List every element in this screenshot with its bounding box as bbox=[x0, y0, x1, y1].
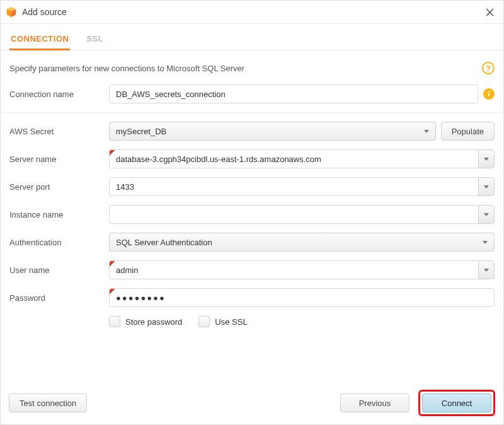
populate-button[interactable]: Populate bbox=[441, 122, 495, 141]
authentication-value: SQL Server Authentication bbox=[116, 238, 488, 247]
chevron-down-icon bbox=[424, 130, 429, 133]
user-name-input[interactable] bbox=[109, 260, 478, 279]
connection-name-input[interactable] bbox=[109, 84, 478, 103]
aws-secret-select[interactable]: mySecret_DB bbox=[109, 122, 436, 141]
chevron-down-icon bbox=[484, 269, 489, 272]
instance-name-dropdown[interactable] bbox=[478, 205, 495, 224]
window-title: Add source bbox=[22, 7, 482, 17]
info-icon[interactable]: i bbox=[483, 88, 495, 100]
password-input[interactable] bbox=[109, 288, 495, 307]
intro-text: Specify parameters for new connections t… bbox=[9, 64, 482, 73]
server-name-input[interactable] bbox=[109, 149, 478, 168]
user-name-label: User name bbox=[9, 265, 109, 275]
previous-button[interactable]: Previous bbox=[340, 393, 410, 412]
store-password-label: Store password bbox=[125, 317, 182, 327]
tab-ssl[interactable]: SSL bbox=[85, 30, 105, 50]
use-ssl-checkbox[interactable] bbox=[198, 316, 210, 327]
tab-connection[interactable]: CONNECTION bbox=[9, 30, 70, 50]
store-password-checkbox[interactable] bbox=[109, 316, 120, 327]
chevron-down-icon bbox=[484, 185, 489, 189]
server-name-dropdown[interactable] bbox=[478, 149, 495, 168]
user-name-dropdown[interactable] bbox=[478, 260, 495, 279]
password-label: Password bbox=[9, 293, 109, 303]
help-icon[interactable]: ? bbox=[482, 62, 495, 74]
chevron-down-icon bbox=[483, 241, 488, 244]
instance-name-label: Instance name bbox=[9, 210, 109, 219]
aws-secret-value: mySecret_DB bbox=[116, 127, 429, 136]
titlebar: Add source bbox=[1, 1, 503, 24]
aws-secret-label: AWS Secret bbox=[9, 127, 109, 136]
close-button[interactable] bbox=[482, 4, 497, 20]
footer: Test connection Previous Connect bbox=[0, 381, 504, 425]
connection-name-label: Connection name bbox=[9, 90, 109, 99]
server-port-label: Server port bbox=[9, 182, 109, 192]
chevron-down-icon bbox=[484, 158, 489, 161]
divider bbox=[1, 112, 503, 113]
connect-button[interactable]: Connect bbox=[422, 393, 491, 412]
connect-highlight: Connect bbox=[418, 390, 495, 416]
instance-name-input[interactable] bbox=[109, 205, 478, 224]
server-name-label: Server name bbox=[9, 154, 109, 164]
content-area: Specify parameters for new connections t… bbox=[1, 50, 503, 327]
tabs: CONNECTION SSL bbox=[1, 24, 503, 50]
close-icon bbox=[486, 8, 494, 16]
chevron-down-icon bbox=[484, 213, 489, 216]
test-connection-button[interactable]: Test connection bbox=[9, 393, 87, 412]
server-port-input[interactable] bbox=[109, 177, 478, 196]
server-port-dropdown[interactable] bbox=[478, 177, 495, 196]
authentication-select[interactable]: SQL Server Authentication bbox=[109, 233, 495, 252]
authentication-label: Authentication bbox=[9, 238, 109, 247]
use-ssl-label: Use SSL bbox=[215, 317, 247, 327]
app-icon bbox=[6, 6, 17, 18]
